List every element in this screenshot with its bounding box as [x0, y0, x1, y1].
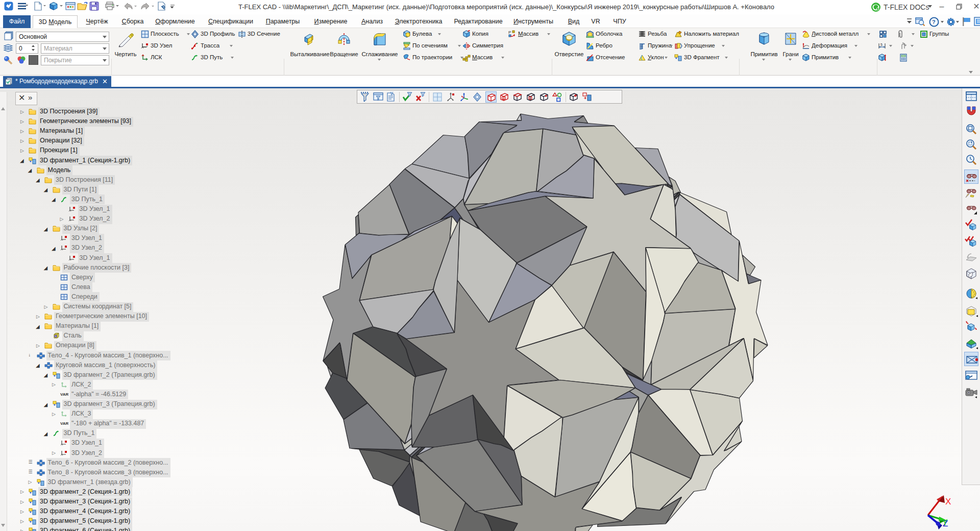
svg-text:Y: Y — [942, 518, 948, 527]
svg-text:5: 5 — [880, 43, 883, 46]
svg-text:VAR: VAR — [60, 421, 68, 426]
svg-text:P: P — [508, 30, 511, 35]
svg-text:VAR: VAR — [60, 392, 68, 397]
svg-text:X: X — [945, 497, 951, 506]
svg-text:?: ? — [932, 19, 936, 25]
